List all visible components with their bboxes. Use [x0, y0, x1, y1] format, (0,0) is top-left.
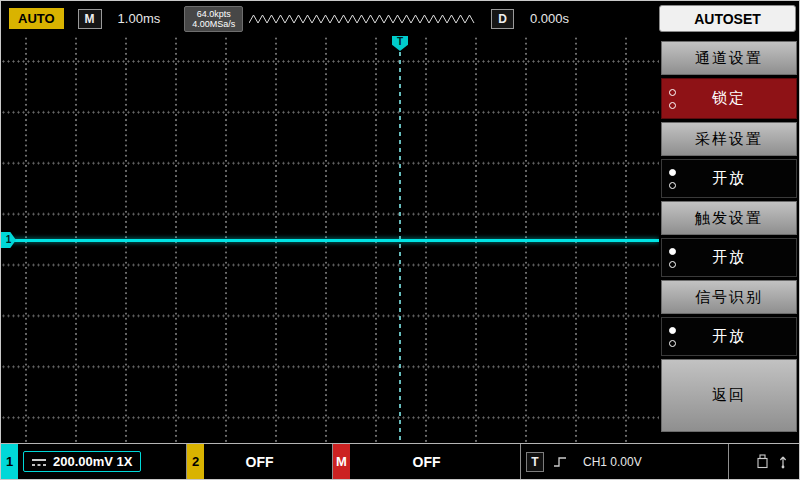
delay-readout: 0.000s [530, 11, 569, 26]
menu-panel: 通道设置 锁定 采样设置 开放 触发设置 开放 [659, 36, 799, 443]
menu-sampling-settings-button[interactable]: 采样设置 [661, 122, 797, 156]
ch1-scale-box: 200.00mV 1X [23, 451, 141, 472]
menu-return-button[interactable]: 返回 [661, 359, 797, 432]
ch1-status-section[interactable]: 1 200.00mV 1X [1, 444, 187, 479]
acquisition-status-badge: AUTO [9, 8, 64, 29]
bottom-status-bar: 1 200.00mV 1X 2 OFF M OFF T CH1 0.00V [1, 443, 799, 479]
ch2-badge: 2 [187, 444, 204, 479]
dc-coupling-icon [31, 457, 47, 467]
usb-device-icon [756, 454, 769, 469]
menu-channel-settings-button[interactable]: 通道设置 [661, 41, 797, 75]
ch1-badge: 1 [1, 444, 18, 479]
trigger-badge: T [526, 452, 544, 472]
menu-label: 开放 [712, 248, 746, 267]
radio-dot [669, 261, 676, 268]
menu-label: 采样设置 [695, 130, 763, 149]
trigger-status-section[interactable]: T CH1 0.00V [521, 444, 729, 479]
menu-trigger-settings-button[interactable]: 触发设置 [661, 201, 797, 235]
math-badge: M [333, 444, 350, 479]
menu-label: 信号识别 [695, 288, 763, 307]
trigger-level-readout: CH1 0.00V [583, 455, 642, 469]
timebase-readout: 1.00ms [118, 11, 161, 26]
menu-lock-option-button[interactable]: 锁定 [661, 78, 797, 119]
menu-trigger-open-option-button[interactable]: 开放 [661, 238, 797, 277]
menu-sampling-open-option-button[interactable]: 开放 [661, 159, 797, 198]
sample-rate-readout: 4.00MSa/s [192, 19, 235, 29]
radio-dot [669, 327, 676, 334]
radio-dot [669, 248, 676, 255]
oscilloscope-ui: AUTO M 1.00ms 64.0kpts 4.00MSa/s D 0.000… [0, 0, 800, 480]
delay-badge: D [491, 9, 514, 29]
autoset-button[interactable]: AUTOSET [659, 5, 796, 32]
ch2-status-readout: OFF [204, 454, 315, 470]
menu-label: 返回 [712, 386, 746, 405]
radio-indicator [669, 89, 676, 109]
radio-dot [669, 340, 676, 347]
ch1-scale-readout: 200.00mV 1X [53, 454, 133, 469]
trigger-overview-waveform [249, 12, 477, 26]
usb-status-section [729, 444, 799, 479]
menu-label: 开放 [712, 327, 746, 346]
radio-dot [669, 169, 676, 176]
horizontal-mode-badge: M [78, 9, 102, 29]
radio-dot [669, 89, 676, 96]
ch1-trace [1, 239, 659, 242]
radio-indicator [669, 327, 676, 347]
math-status-readout: OFF [350, 454, 503, 470]
menu-label: 锁定 [712, 89, 746, 108]
radio-dot [669, 102, 676, 109]
usb-host-icon [776, 454, 790, 469]
memory-depth-readout: 64.0kpts [192, 9, 235, 19]
top-status-bar: AUTO M 1.00ms 64.0kpts 4.00MSa/s D 0.000… [1, 1, 799, 36]
menu-label: 触发设置 [695, 209, 763, 228]
radio-dot [669, 182, 676, 189]
menu-label: 开放 [712, 169, 746, 188]
radio-indicator [669, 248, 676, 268]
menu-signal-id-button[interactable]: 信号识别 [661, 280, 797, 314]
math-status-section[interactable]: M OFF [333, 444, 521, 479]
menu-label: 通道设置 [695, 49, 763, 68]
menu-signal-open-option-button[interactable]: 开放 [661, 317, 797, 356]
waveform-stage: T 1 [1, 36, 659, 443]
ch2-status-section[interactable]: 2 OFF [187, 444, 333, 479]
trigger-slope-icon [553, 455, 567, 469]
radio-indicator [669, 169, 676, 189]
acquisition-info-box: 64.0kpts 4.00MSa/s [184, 6, 243, 32]
